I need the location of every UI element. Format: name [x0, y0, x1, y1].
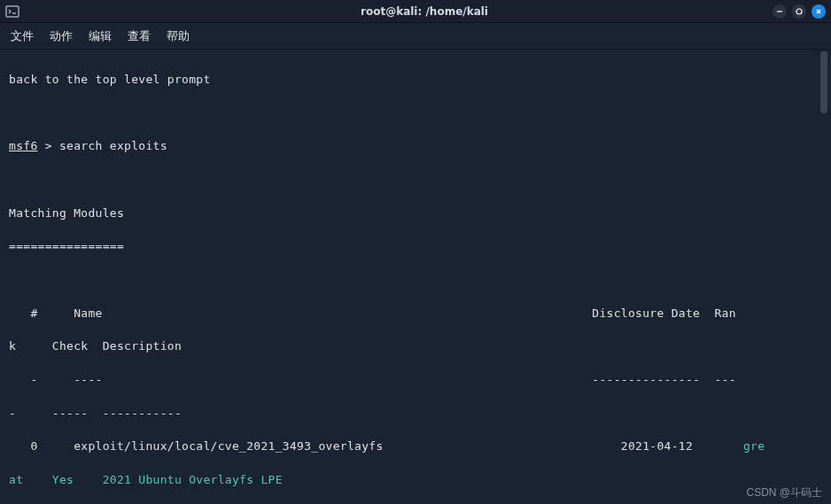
scrollbar-thumb[interactable]: [820, 51, 827, 113]
svg-point-2: [796, 9, 802, 14]
menu-file[interactable]: 文件: [11, 28, 34, 44]
matching-header: Matching Modules: [9, 205, 822, 222]
command-text: search exploits: [59, 139, 167, 152]
col-header-1: # Name Disclosure Date Ran: [9, 306, 822, 322]
dash-row-2: - ----- -----------: [9, 406, 822, 423]
maximize-button[interactable]: [792, 4, 806, 19]
minimize-button[interactable]: [773, 4, 787, 19]
titlebar: root@kali: /home/kali: [0, 0, 831, 23]
blank: [9, 105, 822, 122]
menu-edit[interactable]: 编辑: [89, 28, 112, 44]
prompt-label: msf6: [9, 139, 38, 152]
result-row-0a: 0 exploit/linux/local/cve_2021_3493_over…: [9, 438, 822, 455]
svg-rect-0: [6, 6, 19, 17]
terminal-output[interactable]: back to the top level prompt msf6 > sear…: [0, 50, 831, 504]
menu-action[interactable]: 动作: [50, 28, 73, 44]
back-line: back to the top level prompt: [9, 72, 822, 89]
terminal-icon: [5, 4, 19, 19]
col-header-2: k Check Description: [9, 338, 822, 355]
result-row-0b: at Yes 2021 Ubuntu Overlayfs LPE: [9, 472, 822, 489]
titlebar-left: [5, 4, 76, 19]
window-controls: [773, 4, 826, 19]
menubar: 文件 动作 编辑 查看 帮助: [0, 23, 831, 50]
watermark: CSDN @斗码士: [746, 485, 822, 500]
menu-help[interactable]: 帮助: [167, 28, 190, 44]
matching-underline: ================: [9, 238, 822, 255]
blank: [9, 272, 822, 289]
menu-view[interactable]: 查看: [128, 28, 151, 44]
close-button[interactable]: [812, 4, 826, 19]
dash-row-1: - ---- --------------- ---: [9, 372, 822, 389]
prompt-sep: >: [38, 139, 59, 152]
blank: [9, 172, 822, 189]
window-title: root@kali: /home/kali: [76, 5, 773, 18]
prompt-line: msf6 > search exploits: [9, 138, 822, 155]
